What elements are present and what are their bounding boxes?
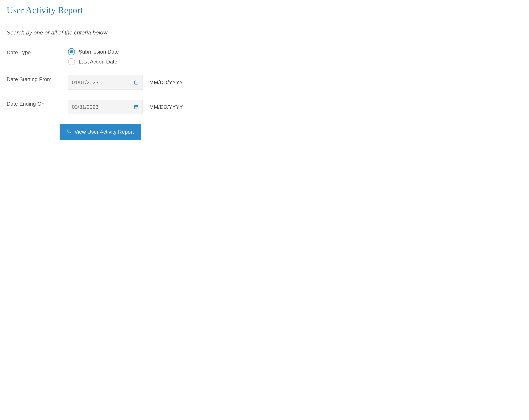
date-end-hint: MM/DD/YYYY	[149, 104, 183, 110]
radio-label: Submission Date	[79, 49, 119, 55]
radio-submission-date[interactable]: Submission Date	[68, 48, 194, 55]
view-report-button[interactable]: View User Activity Report	[60, 124, 141, 140]
radio-icon	[68, 58, 75, 65]
svg-point-8	[67, 130, 70, 132]
calendar-icon[interactable]	[133, 104, 139, 110]
date-start-input[interactable]	[72, 79, 133, 86]
date-end-row: Date Ending On MM/DD/YYYY	[7, 100, 194, 114]
page-title: User Activity Report	[7, 5, 194, 15]
date-start-label: Date Starting From	[7, 75, 68, 83]
search-subtitle: Search by one or all of the criteria bel…	[7, 29, 194, 36]
submit-row: View User Activity Report	[7, 124, 194, 140]
date-type-row: Date Type Submission Date Last Action Da…	[7, 48, 194, 65]
svg-rect-4	[134, 105, 138, 109]
radio-label: Last Action Date	[79, 59, 117, 65]
date-start-row: Date Starting From MM/DD/YYYY	[7, 75, 194, 90]
date-type-radio-group: Submission Date Last Action Date	[68, 48, 194, 65]
calendar-icon[interactable]	[133, 80, 139, 85]
date-start-field[interactable]	[68, 75, 143, 90]
date-type-label: Date Type	[7, 48, 68, 56]
date-end-label: Date Ending On	[7, 100, 68, 107]
svg-rect-0	[134, 81, 138, 84]
search-icon	[67, 129, 71, 135]
date-start-hint: MM/DD/YYYY	[149, 79, 183, 86]
radio-last-action-date[interactable]: Last Action Date	[68, 58, 194, 65]
radio-icon	[68, 48, 75, 55]
date-end-input[interactable]	[72, 104, 133, 110]
svg-line-9	[70, 132, 71, 133]
date-end-field[interactable]	[68, 100, 143, 114]
button-label: View User Activity Report	[75, 129, 134, 135]
